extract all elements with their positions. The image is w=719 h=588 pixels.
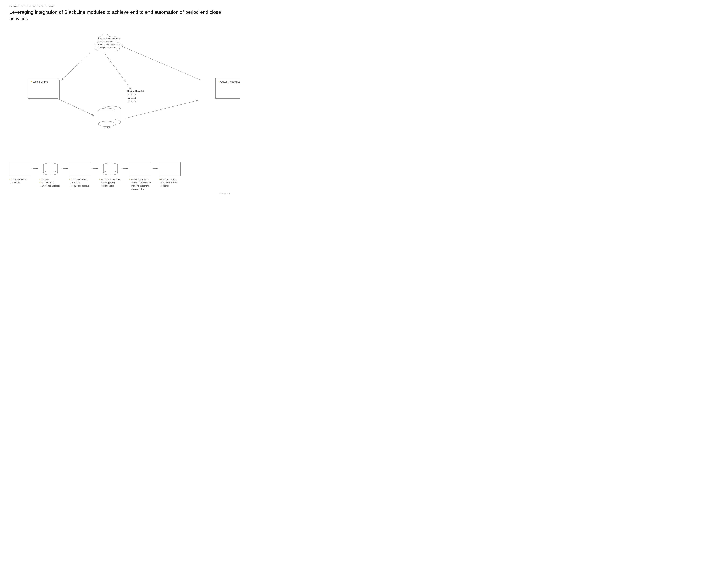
flow-db-1 bbox=[40, 162, 61, 176]
flow-arrow-5 bbox=[152, 162, 159, 170]
flow-label-5: • Prepare and Approve Account Reconcilia… bbox=[129, 178, 152, 191]
flow-item-4: • Post Journal Entry and save supporting… bbox=[99, 162, 122, 188]
svg-text:ERP 1: ERP 1 bbox=[104, 126, 110, 129]
page-title: Leveraging integration of BlackLine modu… bbox=[9, 9, 230, 22]
page-subtitle: ENABLING INTEGRATED FINANCIAL CLOSE bbox=[9, 6, 230, 8]
flow-arrow-1 bbox=[32, 162, 39, 170]
checklist-item-2: 2. Task B bbox=[125, 96, 144, 100]
flow-item-2: • Close AR, • Reconcile to GL • Run AR a… bbox=[39, 162, 62, 188]
flow-rect-4 bbox=[160, 162, 181, 176]
flow-arrow-2 bbox=[62, 162, 69, 170]
flow-rect-3 bbox=[130, 162, 151, 176]
arrow-icon-1 bbox=[33, 167, 38, 170]
flow-item-1: • Calculate Bad Debt Provision bbox=[9, 162, 32, 185]
account-recon-label: •Account Reconciliations bbox=[219, 81, 240, 83]
ar-paper-front: •Account Reconciliations bbox=[215, 78, 240, 99]
flow-db-2 bbox=[100, 162, 121, 176]
flow-item-3: • Calculate Bad Debt Provision • Prepare… bbox=[69, 162, 92, 191]
source-label: Source: EY bbox=[9, 193, 230, 195]
svg-line-8 bbox=[122, 46, 200, 80]
flow-db-icon-1 bbox=[41, 162, 60, 176]
svg-line-9 bbox=[60, 100, 94, 115]
flow-label-3: • Calculate Bad Debt Provision • Prepare… bbox=[69, 178, 92, 191]
cloud-item-4: 4. Integrated Controls bbox=[98, 47, 116, 49]
checklist-dot: • bbox=[125, 90, 126, 92]
checklist-item-3: 3. Task C bbox=[125, 100, 144, 103]
svg-point-5 bbox=[98, 121, 115, 126]
bottom-flow: • Calculate Bad Debt Provision • Close A… bbox=[9, 162, 230, 191]
flow-rect-1 bbox=[10, 162, 31, 176]
ar-dot: • bbox=[219, 81, 219, 83]
flow-item-6: • Document Internal Control and attach e… bbox=[159, 162, 182, 188]
erp-db-wrapper: ERP 1 bbox=[92, 101, 125, 133]
checklist-item-1: 1. Task A bbox=[125, 92, 144, 96]
closing-checklist: • Closing Checklist 1. Task A 2. Task B … bbox=[125, 89, 144, 103]
page-wrapper: ENABLING INTEGRATED FINANCIAL CLOSE Leve… bbox=[9, 6, 230, 195]
flow-label-4: • Post Journal Entry and save supporting… bbox=[99, 178, 122, 188]
flow-label-2: • Close AR, • Reconcile to GL • Run AR a… bbox=[39, 178, 62, 188]
cloud-item-3: 3. Standard Global Processes bbox=[98, 44, 123, 46]
svg-point-16 bbox=[43, 171, 58, 175]
cloud-shape: 1. Dashboards / Monitoring 2. Global Vis… bbox=[90, 33, 131, 56]
journal-entries-label: •Journal Entries bbox=[31, 81, 48, 83]
arrow-icon-4 bbox=[123, 167, 128, 170]
arrow-icon-5 bbox=[152, 167, 158, 170]
flow-arrow-4 bbox=[122, 162, 129, 170]
flow-arrow-3 bbox=[92, 162, 99, 170]
cloud-text: 1. Dashboards / Monitoring 2. Global Vis… bbox=[98, 37, 123, 49]
flow-label-1: • Calculate Bad Debt Provision bbox=[9, 178, 32, 185]
flow-db-icon-2 bbox=[101, 162, 120, 176]
svg-point-23 bbox=[103, 171, 118, 175]
svg-line-7 bbox=[62, 53, 90, 80]
svg-marker-13 bbox=[36, 168, 38, 169]
erp-db-icon: ERP 1 bbox=[92, 101, 125, 132]
flow-label-6: • Document Internal Control and attach e… bbox=[159, 178, 182, 188]
checklist-title: Closing Checklist bbox=[127, 90, 144, 92]
diagram-section: 1. Dashboards / Monitoring 2. Global Vis… bbox=[9, 29, 230, 151]
arrow-icon-2 bbox=[63, 167, 68, 170]
flow-rect-2 bbox=[70, 162, 91, 176]
svg-marker-20 bbox=[96, 168, 98, 169]
svg-marker-18 bbox=[66, 168, 68, 169]
cloud-item-2: 2. Global Visibility bbox=[98, 41, 113, 43]
flow-item-5: • Prepare and Approve Account Reconcilia… bbox=[129, 162, 152, 191]
svg-marker-27 bbox=[156, 168, 158, 169]
svg-line-11 bbox=[105, 54, 131, 89]
journal-dot: • bbox=[31, 81, 32, 83]
arrow-icon-3 bbox=[93, 167, 98, 170]
svg-marker-25 bbox=[126, 168, 128, 169]
paper-front: •Journal Entries bbox=[28, 78, 58, 99]
cloud-item-1: 1. Dashboards / Monitoring bbox=[98, 38, 121, 40]
